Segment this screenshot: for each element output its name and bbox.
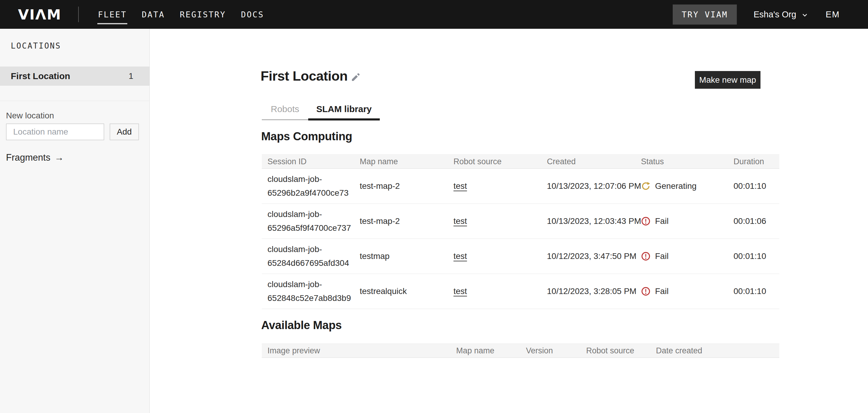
column-header-robot-source: Robot source bbox=[454, 155, 502, 169]
status-icon bbox=[641, 252, 651, 261]
column-header-map-name: Map name bbox=[360, 155, 398, 169]
map-name-cell: test-map-2 bbox=[360, 204, 450, 239]
arrow-right-icon: → bbox=[55, 152, 64, 163]
duration-cell: 00:01:10 bbox=[734, 169, 766, 204]
nav-divider bbox=[78, 7, 79, 22]
nav-item-data[interactable]: DATA bbox=[142, 10, 165, 19]
available-maps-table-header: Image preview Map name Version Robot sou… bbox=[262, 344, 779, 358]
map-name-cell: test-map-2 bbox=[360, 169, 450, 204]
nav-right: TRY VIAM Esha's Org EM bbox=[673, 4, 855, 25]
robot-source-link[interactable]: test bbox=[454, 249, 467, 263]
available-maps-heading: Available Maps bbox=[261, 319, 342, 332]
top-nav: VIΛM FLEET DATA REGISTRY DOCS TRY VIAM E… bbox=[0, 0, 868, 29]
robot-source-cell: test bbox=[454, 239, 467, 274]
status-icon bbox=[641, 287, 651, 296]
viam-logo[interactable]: VIΛM bbox=[18, 6, 61, 23]
edit-pencil-icon[interactable] bbox=[350, 72, 361, 82]
user-initials[interactable]: EM bbox=[826, 9, 840, 20]
make-new-map-button[interactable]: Make new map bbox=[695, 71, 761, 89]
sidebar-divider bbox=[0, 101, 150, 101]
fragments-link[interactable]: Fragments → bbox=[6, 152, 64, 163]
add-location-button[interactable]: Add bbox=[110, 123, 139, 140]
table-row: cloudslam-job-652848c52e7ab8d3b9 testrea… bbox=[262, 274, 779, 309]
duration-cell: 00:01:10 bbox=[734, 274, 766, 309]
fragments-label: Fragments bbox=[6, 152, 50, 163]
created-cell: 10/13/2023, 12:03:43 PM bbox=[547, 204, 644, 239]
column-header-version: Version bbox=[526, 344, 553, 358]
chevron-down-icon bbox=[801, 9, 809, 19]
maps-computing-heading: Maps Computing bbox=[261, 130, 352, 143]
map-name-cell: testrealquick bbox=[360, 274, 450, 309]
status-cell: Generating bbox=[641, 169, 697, 204]
robot-source-cell: test bbox=[454, 274, 467, 309]
session-id-cell: cloudslam-job-652848c52e7ab8d3b9 bbox=[268, 274, 358, 309]
error-circle-icon bbox=[641, 287, 651, 296]
column-header-map-name: Map name bbox=[456, 344, 495, 358]
map-name-cell: testmap bbox=[360, 239, 450, 274]
available-maps-table: Image preview Map name Version Robot sou… bbox=[262, 344, 779, 358]
status-cell: Fail bbox=[641, 239, 669, 274]
page-title: First Location bbox=[260, 68, 348, 84]
location-name-input[interactable] bbox=[6, 123, 104, 140]
tab-robots[interactable]: Robots bbox=[262, 103, 308, 115]
status-label: Fail bbox=[655, 249, 669, 263]
robot-source-cell: test bbox=[454, 169, 467, 204]
location-name: First Location bbox=[11, 71, 70, 81]
session-id-cell: cloudslam-job-65284d667695afd304 bbox=[268, 239, 358, 274]
robot-source-link[interactable]: test bbox=[454, 285, 467, 298]
maps-computing-table: Session ID Map name Robot source Created… bbox=[262, 154, 779, 309]
robot-source-link[interactable]: test bbox=[454, 214, 467, 228]
column-header-status: Status bbox=[641, 155, 664, 169]
tab-slam-library[interactable]: SLAM library bbox=[308, 103, 380, 115]
new-location-label: New location bbox=[6, 111, 54, 120]
status-cell: Fail bbox=[641, 274, 669, 309]
try-viam-button[interactable]: TRY VIAM bbox=[673, 4, 737, 25]
nav-item-registry[interactable]: REGISTRY bbox=[180, 10, 226, 19]
session-id-cell: cloudslam-job-65296b2a9f4700ce73 bbox=[268, 169, 358, 204]
duration-cell: 00:01:06 bbox=[734, 204, 766, 239]
locations-heading: LOCATIONS bbox=[11, 41, 61, 50]
status-cell: Fail bbox=[641, 204, 669, 239]
table-row: cloudslam-job-65296a5f9f4700ce737 test-m… bbox=[262, 204, 779, 239]
maps-computing-table-header: Session ID Map name Robot source Created… bbox=[262, 154, 779, 169]
column-header-date-created: Date created bbox=[656, 344, 702, 358]
location-count-badge: 1 bbox=[128, 71, 133, 81]
table-row: cloudslam-job-65284d667695afd304 testmap… bbox=[262, 239, 779, 274]
created-cell: 10/12/2023, 3:47:50 PM bbox=[547, 239, 644, 274]
column-header-duration: Duration bbox=[734, 155, 764, 169]
tab-underline-active bbox=[308, 118, 380, 120]
nav-item-docs[interactable]: DOCS bbox=[241, 10, 264, 19]
duration-cell: 00:01:10 bbox=[734, 239, 766, 274]
primary-nav: FLEET DATA REGISTRY DOCS bbox=[98, 10, 264, 19]
org-name: Esha's Org bbox=[753, 9, 797, 20]
status-icon bbox=[641, 216, 651, 226]
org-switcher[interactable]: Esha's Org bbox=[753, 9, 809, 20]
column-header-robot-source: Robot source bbox=[586, 344, 634, 358]
created-cell: 10/12/2023, 3:28:05 PM bbox=[547, 274, 644, 309]
location-list-item[interactable]: First Location 1 bbox=[0, 66, 150, 86]
status-icon bbox=[641, 181, 651, 191]
status-label: Generating bbox=[655, 179, 697, 193]
column-header-created: Created bbox=[547, 155, 576, 169]
session-id-cell: cloudslam-job-65296a5f9f4700ce737 bbox=[268, 204, 358, 239]
error-circle-icon bbox=[641, 216, 651, 226]
nav-item-fleet[interactable]: FLEET bbox=[98, 10, 127, 19]
status-label: Fail bbox=[655, 285, 669, 298]
robot-source-cell: test bbox=[454, 204, 467, 239]
status-label: Fail bbox=[655, 214, 669, 228]
locations-sidebar: LOCATIONS First Location 1 New location … bbox=[0, 29, 150, 413]
column-header-image-preview: Image preview bbox=[268, 344, 320, 358]
robot-source-link[interactable]: test bbox=[454, 179, 467, 193]
created-cell: 10/13/2023, 12:07:06 PM bbox=[547, 169, 644, 204]
error-circle-icon bbox=[641, 252, 651, 261]
viam-app: VIΛM FLEET DATA REGISTRY DOCS TRY VIAM E… bbox=[0, 0, 868, 413]
tab-underline-inactive bbox=[262, 119, 308, 120]
refresh-icon bbox=[641, 181, 651, 191]
column-header-session-id: Session ID bbox=[268, 155, 307, 169]
table-row: cloudslam-job-65296b2a9f4700ce73 test-ma… bbox=[262, 169, 779, 204]
